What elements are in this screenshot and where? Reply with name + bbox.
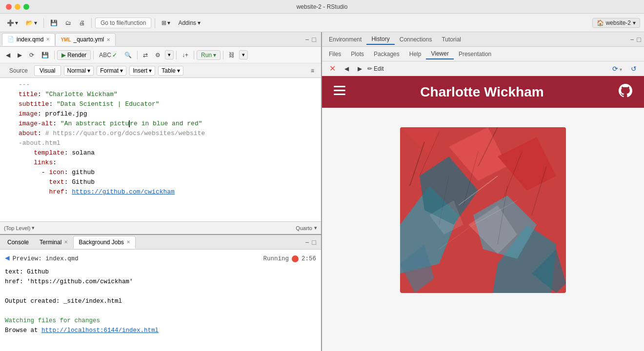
main-layout: 📄 index.qmd ✕ YML _quarto.yml ✕ − □ ◀ ▶ … [0, 32, 644, 351]
window-controls[interactable] [6, 4, 29, 10]
tab-background-jobs-close[interactable]: ✕ [126, 239, 130, 245]
tab-environment[interactable]: Environment [324, 35, 366, 44]
tab-quarto-yml-close[interactable]: ✕ [106, 37, 110, 42]
viewer-forward-button[interactable]: ▶ [354, 64, 365, 74]
tab-history[interactable]: History [366, 34, 394, 45]
new-icon: ➕ [7, 20, 14, 26]
tab-packages[interactable]: Packages [369, 49, 404, 59]
et-sep-5 [194, 51, 194, 59]
viewer-sync-button[interactable]: ⟳ ▾ [609, 63, 625, 74]
tab-terminal-label: Terminal [40, 239, 61, 246]
maximize-editor-button[interactable]: □ [311, 36, 317, 43]
format-jump-button[interactable]: ⇄ [140, 50, 151, 60]
viewer-close-button[interactable]: ✕ [326, 62, 339, 75]
format-normal-dropdown[interactable]: Normal ▾ [64, 66, 94, 76]
code-content-1: --- [19, 80, 317, 90]
insert-dropdown[interactable]: Insert ▾ [129, 66, 155, 76]
tab-console[interactable]: Console [2, 236, 34, 249]
tab-files[interactable]: Files [324, 49, 346, 59]
code-line-2: title: "Charlotte Wickham" [4, 90, 317, 99]
maximize-right-button[interactable]: □ [636, 36, 642, 43]
et-sep-1 [54, 51, 55, 59]
viewer-refresh-button[interactable]: ↺ [627, 63, 640, 74]
minimize-console-button[interactable]: − [304, 238, 310, 246]
go-to-file-button[interactable]: Go to file/function [95, 18, 151, 28]
spellcheck-label: ABC [99, 52, 111, 58]
code-content-8: links: [19, 158, 317, 168]
viewer-edit-button[interactable]: ✏ Edit [367, 65, 384, 72]
preview-header: ◀ Preview: index.qmd Running 2:56 [5, 253, 316, 265]
maximize-button[interactable] [23, 4, 29, 10]
project-name: website-2 [606, 20, 631, 26]
tab-presentation[interactable]: Presentation [454, 49, 496, 59]
new-dropdown-arrow: ▾ [15, 20, 18, 26]
chunk-insert-button[interactable]: ↓+ [179, 50, 191, 60]
settings-button[interactable]: ⚙ [152, 50, 163, 60]
chain-dropdown-button[interactable]: ▾ [239, 50, 248, 59]
open-file-button[interactable]: 📂 ▾ [23, 18, 40, 28]
sync-icon: ⟳ [612, 65, 618, 73]
save-button[interactable]: 💾 [47, 18, 60, 28]
project-selector[interactable]: 🏠 website-2 ▾ [592, 18, 640, 28]
yml-icon: YML [60, 37, 71, 42]
tab-source[interactable]: Source [4, 65, 33, 76]
localhost-link[interactable]: http://localhost:6144/index.html [41, 327, 159, 334]
minimize-right-button[interactable]: − [629, 36, 635, 43]
tab-viewer-label: Viewer [431, 50, 448, 57]
tab-visual[interactable]: Visual [34, 65, 60, 76]
table-dropdown[interactable]: Table ▾ [158, 66, 183, 76]
tab-tutorial[interactable]: Tutorial [437, 35, 466, 44]
history-nav-button[interactable]: ⟳ [26, 50, 37, 60]
level-arrow: ▾ [32, 225, 35, 231]
hamburger-icon[interactable] [334, 86, 345, 98]
tab-viewer[interactable]: Viewer [426, 49, 453, 59]
code-content-5: image-alt: "An abstract picture in blue … [19, 119, 317, 129]
run-button[interactable]: Run ▾ [197, 50, 221, 60]
et-sep-6 [223, 51, 223, 59]
render-label: Render [67, 52, 86, 58]
tab-source-label: Source [9, 67, 28, 74]
chain-button[interactable]: ⛓ [226, 50, 238, 60]
tab-help[interactable]: Help [404, 49, 426, 59]
back-button[interactable]: ◀ [3, 50, 13, 60]
code-editor[interactable]: --- title: "Charlotte Wickham" subtitle:… [0, 78, 321, 221]
format-dropdown[interactable]: Format ▾ [97, 66, 126, 76]
save-file-button[interactable]: 💾 [39, 50, 52, 60]
github-icon[interactable] [619, 84, 632, 100]
align-button[interactable]: ≡ [308, 66, 317, 76]
render-button[interactable]: ▶ Render [57, 50, 91, 60]
tab-background-jobs[interactable]: Background Jobs ✕ [73, 236, 136, 249]
print-button[interactable]: 🖨 [76, 18, 88, 28]
tab-index-qmd-close[interactable]: ✕ [46, 37, 50, 42]
tab-plots[interactable]: Plots [346, 49, 369, 59]
tab-quarto-yml[interactable]: YML _quarto.yml ✕ [55, 33, 116, 46]
settings-dropdown-button[interactable]: ▾ [165, 50, 174, 59]
sync-arrow: ▾ [620, 67, 622, 72]
line-num-5 [4, 119, 14, 129]
grid-layout-button[interactable]: ⊞ ▾ [159, 18, 173, 28]
minimize-button[interactable] [15, 4, 20, 10]
running-label: Running [263, 254, 289, 264]
code-line-4: image: profile.jpg [4, 109, 317, 119]
viewer-back-button[interactable]: ◀ [341, 64, 352, 74]
find-button[interactable]: 🔍 [121, 50, 135, 60]
line-num-6 [4, 129, 14, 138]
save-all-button[interactable]: 🗂 [62, 18, 74, 28]
minimize-editor-button[interactable]: − [304, 36, 310, 43]
open-dropdown-arrow: ▾ [34, 20, 37, 26]
tab-connections[interactable]: Connections [395, 35, 437, 44]
editor-status-bar: (Top Level) ▾ Quarto ▾ [0, 221, 321, 234]
new-file-button[interactable]: ➕ ▾ [4, 18, 21, 28]
close-button[interactable] [6, 4, 12, 10]
tab-terminal-close[interactable]: ✕ [64, 239, 68, 245]
status-level[interactable]: (Top Level) ▾ [4, 225, 35, 231]
tab-index-qmd[interactable]: 📄 index.qmd ✕ [2, 33, 55, 46]
addins-button[interactable]: Addins ▾ [175, 19, 203, 27]
forward-button[interactable]: ▶ [15, 50, 25, 60]
spellcheck-button[interactable]: ABC ✓ [96, 50, 120, 60]
maximize-console-button[interactable]: □ [311, 238, 317, 246]
rpt-controls: − □ [629, 36, 642, 43]
et-sep-4 [176, 51, 177, 59]
code-content-6: about: # https://quarto.org/docs/website… [19, 129, 317, 138]
tab-terminal[interactable]: Terminal ✕ [34, 236, 73, 249]
